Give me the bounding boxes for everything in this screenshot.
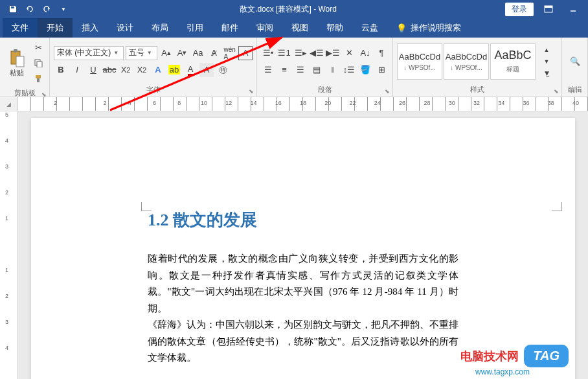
bold-button[interactable]: B <box>54 63 68 77</box>
qat-more-icon[interactable]: ▼ <box>56 1 71 17</box>
quick-access-toolbar: ▼ <box>0 1 71 17</box>
highlight-icon[interactable]: ab <box>167 63 181 77</box>
page-scroll[interactable]: 1.2 散文的发展 随着时代的发展，散文的概念由广义向狭义转变，并受到西方文化的… <box>18 111 588 379</box>
sort-icon[interactable]: A↓ <box>358 46 372 60</box>
ribbon: 粘贴 ✂ 剪贴板⬊ 宋体 (中文正文)▼ 五号▼ A▴ A▾ Aa A̷ wén… <box>0 38 588 97</box>
editing-dropdown-icon[interactable]: 🔍 <box>568 54 582 69</box>
save-icon[interactable] <box>5 1 21 17</box>
asian-layout-icon[interactable]: ✕ <box>342 46 356 60</box>
align-center-icon[interactable]: ≡ <box>277 63 291 77</box>
horizontal-ruler[interactable]: 2246810121416182022242628303234363840 <box>18 97 588 111</box>
align-left-icon[interactable]: ☰ <box>261 63 275 77</box>
svg-rect-7 <box>37 62 42 67</box>
app-name: Word <box>318 5 336 14</box>
clear-formatting-icon[interactable]: A̷ <box>207 46 221 60</box>
shrink-font-icon[interactable]: A▾ <box>175 46 189 60</box>
styles-label: 样式⬊ <box>393 85 561 97</box>
lightbulb-icon: 💡 <box>396 23 407 33</box>
tell-me-search[interactable]: 💡 操作说明搜索 <box>387 18 461 38</box>
watermark-text: 电脑技术网 <box>460 349 519 364</box>
line-spacing-icon[interactable]: ↕☰ <box>342 63 356 77</box>
svg-rect-5 <box>16 56 24 67</box>
style-item-1[interactable]: AaBbCcDd ↓ WPSOf... <box>397 43 442 80</box>
tab-mailings[interactable]: 邮件 <box>212 18 247 38</box>
paste-label: 粘贴 <box>10 68 24 78</box>
tab-file[interactable]: 文件 <box>3 18 38 38</box>
tab-design[interactable]: 设计 <box>107 18 142 38</box>
login-button[interactable]: 登录 <box>505 3 534 16</box>
tab-home[interactable]: 开始 <box>38 18 73 38</box>
margin-corner-tr <box>552 202 562 211</box>
char-border-icon[interactable]: A <box>238 46 253 60</box>
tag-badge: TAG <box>524 345 569 367</box>
margin-corner-tl <box>141 202 152 211</box>
doc-heading[interactable]: 1.2 散文的发展 <box>148 209 458 231</box>
superscript-icon[interactable]: X2 <box>135 63 149 77</box>
vertical-ruler[interactable]: 543211234 <box>0 111 18 379</box>
tab-review[interactable]: 审阅 <box>247 18 282 38</box>
increase-indent-icon[interactable]: ▶☰ <box>326 46 340 60</box>
align-right-icon[interactable]: ☰ <box>293 63 308 77</box>
styles-launcher-icon[interactable]: ⬊ <box>554 88 559 95</box>
ribbon-display-icon[interactable] <box>539 0 558 18</box>
style-item-title[interactable]: AaBbC 标题 <box>490 43 536 80</box>
tab-view[interactable]: 视图 <box>282 18 317 38</box>
tab-layout[interactable]: 布局 <box>142 18 177 38</box>
text-effects-icon[interactable]: A <box>151 63 165 77</box>
font-size-combo[interactable]: 五号▼ <box>126 46 157 60</box>
paragraph-label: 段落⬊ <box>257 85 392 97</box>
enclose-char-icon[interactable]: ㊕ <box>216 63 230 77</box>
font-family-combo[interactable]: 宋体 (中文正文)▼ <box>54 46 124 60</box>
document-area: 543211234 1.2 散文的发展 随着时代的发展，散文的概念由广义向狭义转… <box>0 111 588 379</box>
bullets-icon[interactable]: ☰• <box>261 46 275 60</box>
styles-down-icon[interactable]: ▼ <box>539 56 554 67</box>
tab-help[interactable]: 帮助 <box>317 18 352 38</box>
font-label: 字体⬊ <box>50 85 256 97</box>
numbering-icon[interactable]: ☰1 <box>277 46 291 60</box>
italic-button[interactable]: I <box>70 63 84 77</box>
doc-paragraph-2[interactable]: 《辞海》认为：中国六朝以来，为区别韵文与骈文，把凡不押韵、不重排偶的散体文章（包… <box>148 317 458 367</box>
format-painter-icon[interactable] <box>31 71 45 86</box>
font-color-icon[interactable]: A <box>183 63 198 77</box>
paragraph-launcher-icon[interactable]: ⬊ <box>385 88 390 95</box>
minimize-icon[interactable] <box>563 0 583 18</box>
copy-icon[interactable] <box>31 56 45 70</box>
redo-icon[interactable] <box>39 1 54 17</box>
cut-icon[interactable]: ✂ <box>31 40 45 54</box>
strikethrough-icon[interactable]: abc <box>102 63 117 77</box>
decrease-indent-icon[interactable]: ◀☰ <box>310 46 324 60</box>
styles-more-icon[interactable]: ▼̲ <box>539 67 554 79</box>
char-shading-icon[interactable]: A <box>199 63 214 77</box>
style-item-2[interactable]: AaBbCcDd ↓ WPSOf... <box>444 43 489 80</box>
editing-label: 编辑 <box>562 85 587 97</box>
change-case-icon[interactable]: Aa <box>191 46 205 60</box>
paste-button[interactable]: 粘贴 <box>4 41 30 84</box>
shading-icon[interactable]: 🪣 <box>358 63 372 77</box>
subscript-icon[interactable]: X2 <box>119 63 133 77</box>
svg-rect-9 <box>37 78 40 82</box>
title-bar: ▼ 散文.docx [兼容模式] - Word 登录 <box>0 0 588 18</box>
ruler-area: ◢ 2246810121416182022242628303234363840 <box>0 97 588 111</box>
svg-rect-8 <box>36 75 41 78</box>
justify-icon[interactable]: ▤ <box>310 63 324 77</box>
multilevel-list-icon[interactable]: ☰▸ <box>293 46 308 60</box>
distribute-icon[interactable]: ⫴ <box>326 63 340 77</box>
page: 1.2 散文的发展 随着时代的发展，散文的概念由广义向狭义转变，并受到西方文化的… <box>31 118 575 379</box>
phonetic-guide-icon[interactable]: wénA <box>223 46 237 60</box>
doc-paragraph-1[interactable]: 随着时代的发展，散文的概念由广义向狭义转变，并受到西方文化的影响。散文是一种抒发… <box>148 251 458 317</box>
show-marks-icon[interactable]: ¶ <box>374 46 389 60</box>
group-editing: 🔍 编辑 <box>562 38 588 97</box>
tab-cloud[interactable]: 云盘 <box>352 18 387 38</box>
svg-rect-1 <box>545 6 552 8</box>
tell-me-label: 操作说明搜索 <box>411 22 461 34</box>
window-title: 散文.docx [兼容模式] - Word <box>71 4 505 15</box>
tab-references[interactable]: 引用 <box>177 18 212 38</box>
styles-up-icon[interactable]: ▲ <box>539 44 554 56</box>
undo-icon[interactable] <box>22 1 38 17</box>
grow-font-icon[interactable]: A▴ <box>159 46 174 60</box>
group-font: 宋体 (中文正文)▼ 五号▼ A▴ A▾ Aa A̷ wénA A B I U … <box>50 38 257 97</box>
font-launcher-icon[interactable]: ⬊ <box>249 88 254 95</box>
tab-insert[interactable]: 插入 <box>73 18 107 38</box>
underline-button[interactable]: U <box>86 63 100 77</box>
borders-icon[interactable]: ⊞ <box>374 63 389 77</box>
